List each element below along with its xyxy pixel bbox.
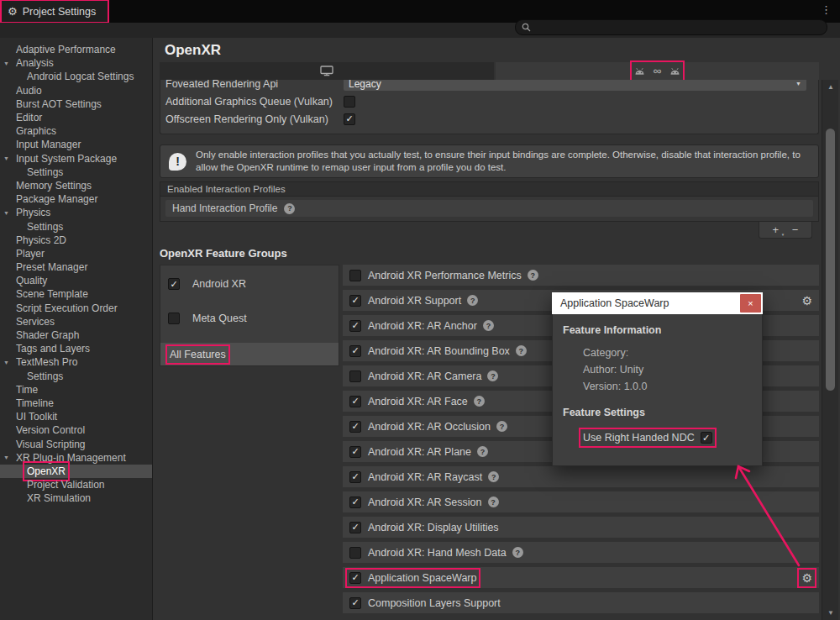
- feature-group-meta-quest[interactable]: Meta Quest: [160, 308, 339, 328]
- sidebar-item-services[interactable]: Services: [0, 315, 152, 328]
- profile-row-hand-interaction-profile[interactable]: Hand Interaction Profile?: [165, 200, 813, 217]
- feature-label: Android XR: AR Session: [368, 497, 482, 508]
- feature-gear-icon[interactable]: ⚙: [801, 295, 812, 307]
- sidebar-item-settings[interactable]: Settings: [0, 166, 152, 179]
- feature-group-android-xr[interactable]: Android XR: [160, 274, 339, 294]
- checkbox[interactable]: [349, 497, 361, 508]
- sidebar-item-shader-graph[interactable]: Shader Graph: [0, 328, 152, 342]
- sidebar-item-input-manager[interactable]: Input Manager: [0, 138, 152, 151]
- platform-tab-icons: [320, 66, 333, 76]
- sidebar-item-audio[interactable]: Audio: [0, 84, 152, 97]
- setting-label: Use Right Handed NDC: [583, 432, 695, 444]
- project-settings-tab[interactable]: ⚙ Project Settings: [1, 0, 108, 23]
- foldout-icon[interactable]: ▼: [3, 210, 13, 216]
- sidebar-item-package-manager[interactable]: Package Manager: [0, 192, 152, 206]
- foldout-icon[interactable]: ▼: [3, 155, 13, 161]
- sidebar-item-memory-settings[interactable]: Memory Settings: [0, 179, 152, 192]
- sidebar-item-script-execution-order[interactable]: Script Execution Order: [0, 302, 152, 315]
- checkbox[interactable]: [349, 270, 361, 281]
- popup-titlebar[interactable]: Application SpaceWarp ×: [552, 292, 763, 314]
- checkbox[interactable]: [168, 313, 180, 324]
- search-input[interactable]: [515, 19, 827, 35]
- platform-tab-1[interactable]: [160, 62, 494, 80]
- sidebar-item-physics-2d[interactable]: Physics 2D: [0, 234, 152, 247]
- sidebar-item-timeline[interactable]: Timeline: [0, 397, 152, 410]
- sidebar-item-settings[interactable]: Settings: [0, 219, 152, 233]
- vertical-scrollbar[interactable]: ▲ ▼: [822, 80, 838, 620]
- checkbox[interactable]: [349, 597, 361, 609]
- sidebar-item-adaptive-performance[interactable]: Adaptive Performance: [0, 43, 152, 56]
- remove-profile-button[interactable]: −: [792, 224, 799, 235]
- sidebar-item-project-validation[interactable]: Project Validation: [0, 478, 152, 491]
- interaction-profile-warning: ! Only enable interaction profiles that …: [160, 144, 819, 178]
- checkbox[interactable]: [349, 345, 361, 357]
- sidebar-item-visual-scripting[interactable]: Visual Scripting: [0, 437, 152, 450]
- checkbox[interactable]: [344, 96, 355, 108]
- checkbox[interactable]: [349, 370, 361, 382]
- sidebar-item-label: UI Toolkit: [16, 411, 57, 423]
- sidebar-item-textmesh-pro[interactable]: ▼TextMesh Pro: [0, 355, 152, 369]
- close-icon[interactable]: ×: [740, 294, 761, 313]
- sidebar-item-analysis[interactable]: ▼Analysis: [0, 56, 152, 70]
- sidebar-item-graphics[interactable]: Graphics: [0, 124, 152, 138]
- checkbox[interactable]: [349, 421, 361, 433]
- feature-label: Android XR: AR Occlusion: [368, 421, 491, 433]
- sidebar-item-openxr[interactable]: OpenXR: [0, 465, 152, 478]
- checkbox[interactable]: [168, 278, 180, 290]
- checkbox[interactable]: [344, 113, 355, 125]
- sidebar-item-android-logcat-settings[interactable]: Android Logcat Settings: [0, 70, 152, 83]
- feature-row-android-xr-hand-mesh-data[interactable]: Android XR: Hand Mesh Data?: [343, 542, 819, 563]
- scrollbar-thumb[interactable]: [826, 129, 835, 391]
- all-features-item[interactable]: All Features: [160, 343, 339, 365]
- checkbox[interactable]: [349, 572, 361, 584]
- sidebar-item-player[interactable]: Player: [0, 247, 152, 260]
- sidebar-item-xr-simulation[interactable]: XR Simulation: [0, 491, 152, 505]
- dropdown-value: Legacy: [344, 80, 381, 90]
- popup-setting-checkbox[interactable]: [701, 432, 712, 444]
- sidebar-item-label: Script Execution Order: [16, 302, 118, 314]
- feature-main: Android XR Support: [349, 295, 461, 307]
- checkbox[interactable]: [349, 320, 361, 332]
- checkbox[interactable]: [349, 295, 361, 307]
- sidebar-item-label: Time: [16, 384, 38, 396]
- checkbox[interactable]: [349, 471, 361, 483]
- sidebar-item-preset-manager[interactable]: Preset Manager: [0, 260, 152, 274]
- sidebar-item-label: XR Plug-in Management: [16, 452, 126, 464]
- feature-gear-icon[interactable]: ⚙: [801, 572, 812, 584]
- feature-row-android-xr-display-utilities[interactable]: Android XR: Display Utilities: [343, 517, 819, 538]
- feature-row-android-xr-performance-metrics[interactable]: Android XR Performance Metrics?: [343, 265, 819, 286]
- sidebar-item-version-control[interactable]: Version Control: [0, 423, 152, 437]
- add-profile-button[interactable]: +: [773, 224, 780, 235]
- feature-row-android-xr-ar-raycast[interactable]: Android XR: AR Raycast?: [343, 466, 819, 487]
- window-tab-label: Project Settings: [23, 6, 97, 18]
- sidebar-item-settings[interactable]: Settings: [0, 370, 152, 383]
- scroll-up-icon[interactable]: ▲: [822, 83, 839, 91]
- sidebar-item-tags-and-layers[interactable]: Tags and Layers: [0, 342, 152, 355]
- sidebar-item-label: Physics: [16, 207, 50, 218]
- sidebar-item-label: Editor: [16, 112, 42, 123]
- foldout-icon[interactable]: ▼: [3, 454, 13, 460]
- sidebar-item-ui-toolkit[interactable]: UI Toolkit: [0, 410, 152, 423]
- sidebar-item-xr-plug-in-management[interactable]: ▼XR Plug-in Management: [0, 451, 152, 465]
- setting-row-offscreen-rendering-only-vulkan: Offscreen Rendering Only (Vulkan): [160, 110, 818, 128]
- foldout-icon[interactable]: ▼: [3, 60, 13, 66]
- checkbox[interactable]: [349, 547, 361, 559]
- sidebar-item-input-system-package[interactable]: ▼Input System Package: [0, 152, 152, 166]
- sidebar-item-quality[interactable]: Quality: [0, 274, 152, 287]
- sidebar-item-editor[interactable]: Editor: [0, 111, 152, 124]
- checkbox[interactable]: [349, 522, 361, 533]
- scroll-down-icon[interactable]: ▼: [822, 609, 839, 617]
- sidebar-item-physics[interactable]: ▼Physics: [0, 206, 152, 219]
- feature-row-composition-layers-support[interactable]: Composition Layers Support: [343, 592, 819, 613]
- sidebar-item-time[interactable]: Time: [0, 383, 152, 397]
- foldout-icon[interactable]: ▼: [3, 360, 13, 365]
- dropdown-foveated-rendering-api[interactable]: Legacy▼: [344, 80, 806, 91]
- sidebar-item-scene-template[interactable]: Scene Template: [0, 287, 152, 301]
- checkbox[interactable]: [349, 396, 361, 407]
- feature-row-android-xr-ar-session[interactable]: Android XR: AR Session?: [343, 491, 819, 512]
- checkbox[interactable]: [349, 446, 361, 458]
- platform-tab-2[interactable]: ∞: [496, 62, 819, 80]
- kebab-menu-icon[interactable]: ⋮: [821, 3, 832, 16]
- feature-row-application-spacewarp[interactable]: Application SpaceWarp⚙: [343, 567, 819, 588]
- sidebar-item-burst-aot-settings[interactable]: Burst AOT Settings: [0, 97, 152, 111]
